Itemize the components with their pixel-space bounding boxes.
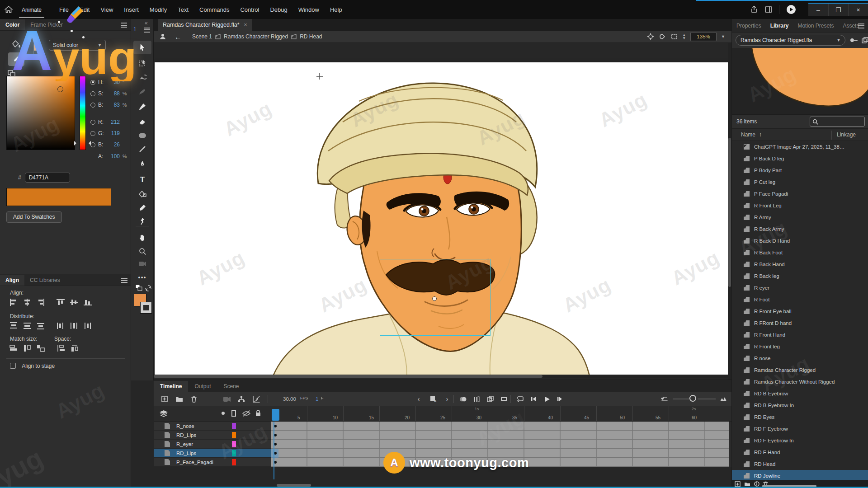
eyedropper-tool[interactable] [131,202,154,214]
library-item[interactable]: Ramdas Character Without Rigged [732,376,868,388]
library-item[interactable]: R nose [732,352,868,364]
classic-brush-tool[interactable] [131,100,154,113]
zoom-level-input[interactable]: 135% [690,32,717,41]
align-v-center-icon[interactable] [69,298,80,307]
edit-multiple-frames-button[interactable] [485,394,495,404]
column-linkage[interactable]: Linkage [837,131,856,138]
timeline-layer-row-selected[interactable]: RD_Lips [154,449,731,458]
tab-properties[interactable]: Properties [732,19,766,33]
line-tool[interactable] [131,143,154,155]
tab-library[interactable]: Library [766,19,793,33]
restore-button[interactable]: ❐ [828,4,848,16]
layer-color-swatch[interactable] [232,423,236,429]
menu-text[interactable]: Text [172,4,194,16]
show-all-dot-icon[interactable] [222,412,225,415]
align-right-icon[interactable] [35,298,46,307]
properties-button[interactable] [754,481,760,487]
menu-control[interactable]: Control [235,4,264,16]
library-item[interactable]: R Back leg [732,270,868,282]
hand-tool[interactable] [131,231,154,244]
hue-radio[interactable] [90,80,95,85]
library-item[interactable]: P Face Pagadi [732,188,868,200]
minimize-button[interactable]: – [808,4,828,16]
align-bottom-icon[interactable] [82,298,93,307]
color-picker-ring[interactable] [57,86,63,92]
timeline-zoom-track[interactable] [673,399,691,399]
tab-output[interactable]: Output [188,381,217,392]
asset-warp-tool[interactable] [131,215,154,227]
library-item[interactable]: R Front leg [732,341,868,352]
library-document-dropdown[interactable]: Ramdas Character Rigged.fla ▼ [736,35,845,46]
green-radio[interactable] [90,131,95,136]
library-item[interactable]: R Front Leg [732,200,868,211]
home-icon[interactable] [5,6,13,13]
red-radio[interactable] [90,120,95,125]
breadcrumb-symbol[interactable]: Ramdas Character Rigged [224,33,288,40]
timeline-layer-row[interactable]: P_Face_Pagadi [154,458,731,467]
align-top-icon[interactable] [55,298,66,307]
tab-motion-presets[interactable]: Motion Presets [793,19,838,33]
timeline-layer-row[interactable]: RD_Lips [154,431,731,440]
new-library-panel-icon[interactable] [862,37,868,43]
fluid-brush-tool[interactable] [131,85,154,98]
zoom-dropdown-icon[interactable]: ▼ [721,34,725,39]
fps-value[interactable]: 30.00 [283,396,296,402]
library-item[interactable]: P Cut leg [732,176,868,188]
eraser-tool[interactable] [131,115,154,128]
loop-button[interactable] [514,394,525,404]
new-folder-button[interactable] [744,482,750,487]
library-item[interactable]: R Back Foot [732,247,868,258]
layer-frames[interactable] [271,431,729,440]
library-item[interactable]: R Front Eye ball [732,305,868,317]
frame-easing-button[interactable] [251,394,262,404]
layer-frames[interactable] [271,449,729,458]
library-item[interactable]: R FRont D hand [732,317,868,329]
current-frame[interactable]: 1 [316,396,318,402]
saturation-radio[interactable] [90,91,95,96]
camera-tool[interactable] [131,258,154,270]
sort-arrow-icon[interactable]: ↑ [759,131,762,138]
test-movie-icon[interactable] [786,4,797,15]
span-based-selection-button[interactable] [499,394,509,404]
zoom-stepper[interactable]: ▲▼ [682,33,686,40]
edit-symbols-icon[interactable] [159,33,166,40]
new-folder-button[interactable] [174,394,184,404]
menu-modify[interactable]: Modify [144,4,172,16]
collapse-panel-icon[interactable]: « [145,20,148,26]
delete-layer-button[interactable] [189,394,199,404]
stage-pasteboard[interactable]: Ayug Ayug Ayug Ayug Ayug Ayug Ayug Ayug … [154,43,731,380]
distribute-h-center-icon[interactable] [69,321,80,330]
timeline-zoom-track[interactable] [698,399,716,399]
distribute-v-center-icon[interactable] [22,321,33,330]
library-item[interactable]: RD F Hand [732,446,868,458]
tab-cc-libraries[interactable]: CC Libraries [24,275,66,286]
free-transform-tool[interactable] [131,57,154,70]
library-item[interactable]: R Back Hand [732,258,868,270]
library-item[interactable]: RD F Eyebrow [732,423,868,435]
paint-bucket-tool[interactable] [131,188,154,201]
align-left-icon[interactable] [8,298,19,307]
stroke-color-swatch[interactable] [140,302,152,314]
transformation-point[interactable] [432,296,437,301]
timeline-layer-row[interactable]: R_eyer [154,440,731,449]
menu-insert[interactable]: Insert [118,4,144,16]
current-color-swatch[interactable] [6,188,111,206]
library-item[interactable]: R eyer [732,282,868,294]
layer-frames[interactable] [271,440,729,449]
stage-horizontal-scrollbar[interactable] [154,375,728,378]
stage-canvas[interactable]: Ayug Ayug Ayug Ayug Ayug Ayug Ayug Ayug … [155,62,729,375]
library-item[interactable]: R Back D Hand [732,235,868,247]
oval-tool[interactable] [131,129,154,142]
timeline-ruler[interactable]: 51015202530354045505560 1s 2s [271,406,731,422]
distribute-bottom-icon[interactable] [35,321,46,330]
align-panel-menu-icon[interactable] [121,278,127,283]
library-item[interactable]: RD Eyes [732,411,868,423]
hue-strip[interactable] [80,76,86,150]
default-colors-icon[interactable] [135,284,144,292]
previous-keyframe-button[interactable]: ‹ [413,394,424,404]
hue-arrow-left-icon[interactable] [74,141,79,145]
match-height-icon[interactable] [22,344,33,353]
brightness-radio[interactable] [90,103,95,108]
pen-tool[interactable] [131,158,154,171]
next-keyframe-button[interactable]: › [442,394,453,404]
